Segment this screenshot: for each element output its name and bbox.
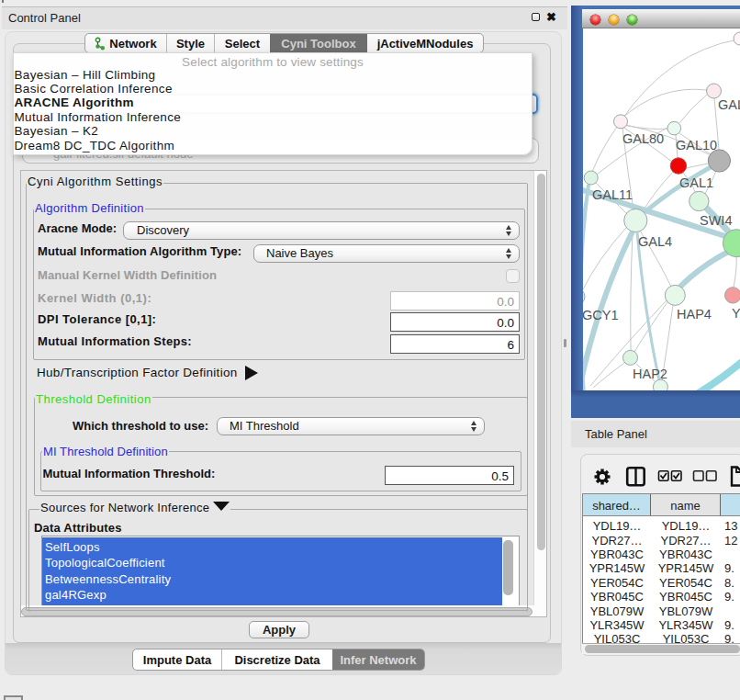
- svg-text:SWI4: SWI4: [700, 213, 732, 228]
- svg-text:Y: Y: [732, 306, 740, 321]
- svg-text:GCY1: GCY1: [583, 308, 619, 322]
- svg-text:GAL10: GAL10: [676, 138, 717, 152]
- svg-text:HAP4: HAP4: [677, 307, 712, 322]
- svg-text:GAL80: GAL80: [622, 131, 664, 146]
- svg-text:HAP2: HAP2: [633, 367, 667, 381]
- svg-text:GAL2: GAL2: [718, 97, 740, 112]
- svg-text:GAL11: GAL11: [592, 187, 633, 202]
- svg-text:GAL1: GAL1: [679, 175, 713, 190]
- svg-text:GAL4: GAL4: [638, 234, 672, 249]
